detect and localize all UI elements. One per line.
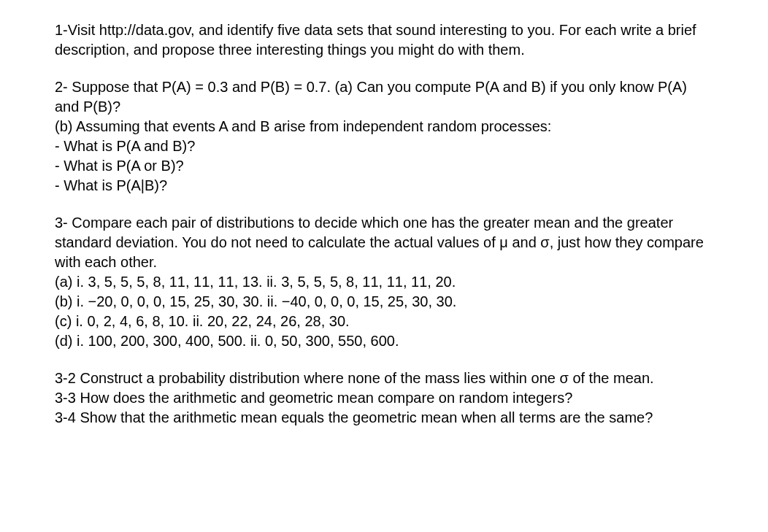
question-1-text: 1-Visit http://data.gov, and identify fi… [55, 20, 713, 60]
question-3-intro: 3- Compare each pair of distributions to… [55, 213, 713, 272]
question-2: 2- Suppose that P(A) = 0.3 and P(B) = 0.… [55, 77, 713, 196]
question-2-b2: - What is P(A or B)? [55, 156, 713, 176]
question-2-b1: - What is P(A and B)? [55, 136, 713, 156]
question-3: 3- Compare each pair of distributions to… [55, 213, 713, 351]
question-2-b-intro: (b) Assuming that events A and B arise f… [55, 117, 713, 136]
question-1: 1-Visit http://data.gov, and identify fi… [55, 20, 713, 60]
question-3-c: (c) i. 0, 2, 4, 6, 8, 10. ii. 20, 22, 24… [55, 312, 713, 331]
question-3-a: (a) i. 3, 5, 5, 5, 8, 11, 11, 11, 13. ii… [55, 272, 713, 292]
question-2-b3: - What is P(A|B)? [55, 176, 713, 196]
question-3-d: (d) i. 100, 200, 300, 400, 500. ii. 0, 5… [55, 331, 713, 351]
question-3-3: 3-3 How does the arithmetic and geometri… [55, 388, 713, 408]
question-3-2: 3-2 Construct a probability distribution… [55, 369, 713, 388]
question-3-4: 3-4 Show that the arithmetic mean equals… [55, 408, 713, 428]
question-3-extra: 3-2 Construct a probability distribution… [55, 369, 713, 428]
question-3-b: (b) i. −20, 0, 0, 0, 15, 25, 30, 30. ii.… [55, 292, 713, 312]
question-2-intro: 2- Suppose that P(A) = 0.3 and P(B) = 0.… [55, 77, 713, 117]
